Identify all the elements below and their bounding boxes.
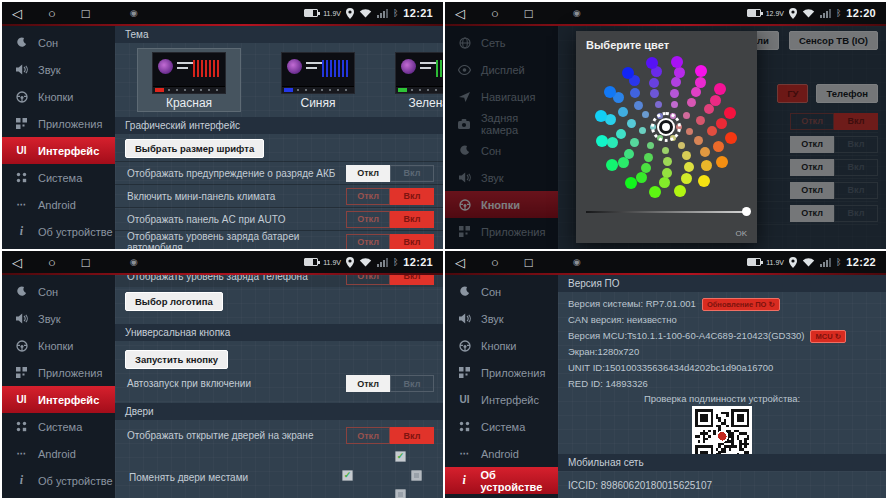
sidebar-item-speaker[interactable]: Звук xyxy=(2,56,115,83)
toggle-on[interactable]: Вкл xyxy=(390,375,434,392)
color-dot[interactable] xyxy=(687,98,696,107)
color-dot[interactable] xyxy=(704,104,714,114)
color-dot[interactable] xyxy=(663,157,672,166)
color-dot[interactable] xyxy=(639,127,646,134)
app-icon[interactable]: ◉ xyxy=(573,257,581,267)
color-dot[interactable] xyxy=(701,160,712,171)
recents-icon[interactable]: □ xyxy=(525,6,533,21)
color-dot[interactable] xyxy=(696,116,705,125)
toggle-off[interactable]: Откл xyxy=(346,427,390,444)
toggle-on[interactable]: Вкл xyxy=(390,427,434,444)
color-dot[interactable] xyxy=(647,142,654,149)
sidebar-item-steering[interactable]: Кнопки xyxy=(445,332,558,359)
color-dot[interactable] xyxy=(671,77,681,87)
color-dot[interactable] xyxy=(725,132,737,144)
sidebar-item-info[interactable]: iОб устройстве xyxy=(2,218,115,245)
back-icon[interactable]: ◁ xyxy=(455,255,465,270)
color-dot[interactable] xyxy=(694,136,703,145)
app-icon[interactable]: ◉ xyxy=(130,257,138,267)
back-icon[interactable]: ◁ xyxy=(455,6,465,21)
color-dot[interactable] xyxy=(636,172,647,183)
toggle-on[interactable]: Вкл xyxy=(390,275,434,285)
color-dot[interactable] xyxy=(655,101,662,108)
run-button[interactable]: Запустить кнопку xyxy=(125,350,228,369)
home-icon[interactable]: ○ xyxy=(491,255,499,270)
color-dot[interactable] xyxy=(649,186,661,198)
color-dot[interactable] xyxy=(625,177,637,189)
sidebar-item-android[interactable]: ⋯Android xyxy=(2,440,115,467)
color-dot[interactable] xyxy=(622,67,634,79)
color-dot[interactable] xyxy=(650,89,659,98)
color-dot[interactable] xyxy=(716,118,727,129)
door-checkbox-right[interactable] xyxy=(411,470,422,481)
toggle-off[interactable]: Откл xyxy=(346,234,390,250)
color-dot[interactable] xyxy=(681,173,692,184)
color-dot[interactable] xyxy=(716,156,728,168)
sidebar-item-info[interactable]: iОб устройстве xyxy=(2,467,115,494)
recents-icon[interactable]: □ xyxy=(525,255,533,270)
toggle-on[interactable]: Вкл xyxy=(390,234,434,250)
recents-icon[interactable]: □ xyxy=(82,6,90,21)
logo-select-button[interactable]: Выбор логотипа xyxy=(125,292,223,311)
door-checkbox-bottom[interactable] xyxy=(395,489,406,498)
sidebar-item-steering[interactable]: Кнопки xyxy=(2,332,115,359)
recents-icon[interactable]: □ xyxy=(82,255,90,270)
color-dot[interactable] xyxy=(682,151,691,160)
color-dot[interactable] xyxy=(649,78,659,88)
color-dot[interactable] xyxy=(596,135,608,147)
sidebar-item-moon[interactable]: Сон xyxy=(2,278,115,305)
toggle-on[interactable]: Вкл xyxy=(390,211,434,228)
sidebar-item-system[interactable]: Система xyxy=(2,164,115,191)
color-dot[interactable] xyxy=(642,111,649,118)
theme-option-green[interactable]: Зеленая xyxy=(395,48,443,110)
theme-option-blue[interactable]: Синяя xyxy=(281,48,355,110)
color-dot[interactable] xyxy=(674,185,686,197)
color-dot[interactable] xyxy=(662,147,669,154)
sidebar-item-apps[interactable]: Приложения xyxy=(2,359,115,386)
door-checkbox-left[interactable]: ✓ xyxy=(342,470,353,481)
toggle-on[interactable]: Вкл xyxy=(390,165,434,182)
color-dot[interactable] xyxy=(659,177,670,188)
color-dot[interactable] xyxy=(710,95,721,106)
sidebar-item-moon[interactable]: Сон xyxy=(445,278,558,305)
sidebar-item-android[interactable]: ⋯Android xyxy=(445,440,558,467)
color-dot[interactable] xyxy=(644,153,653,162)
sidebar-item-system[interactable]: Система xyxy=(2,413,115,440)
color-dot[interactable] xyxy=(630,138,639,147)
color-dot[interactable] xyxy=(674,67,685,78)
color-dot[interactable] xyxy=(634,101,643,110)
ok-button[interactable]: OK xyxy=(735,229,747,238)
color-dot[interactable] xyxy=(604,86,616,98)
color-dot[interactable] xyxy=(595,110,607,122)
color-dot[interactable] xyxy=(700,147,710,157)
toggle-off[interactable]: Откл xyxy=(346,211,390,228)
sidebar-item-android[interactable]: ⋯Android xyxy=(2,191,115,218)
color-dot[interactable] xyxy=(695,65,707,77)
sidebar-item-info[interactable]: iОб устройстве xyxy=(445,467,558,494)
color-dot[interactable] xyxy=(691,87,701,97)
color-dot[interactable] xyxy=(683,112,690,119)
sidebar-item-speaker[interactable]: Звук xyxy=(2,305,115,332)
sidebar-item-system[interactable]: Система xyxy=(445,413,558,440)
color-dot[interactable] xyxy=(616,129,626,139)
update-badge[interactable]: Обновление ПО ↻ xyxy=(702,298,780,311)
slider-thumb[interactable] xyxy=(742,207,751,216)
color-dot[interactable] xyxy=(671,56,683,68)
toggle-off[interactable]: Откл xyxy=(346,275,390,285)
home-icon[interactable]: ○ xyxy=(48,255,56,270)
toggle-off[interactable]: Откл xyxy=(346,165,390,182)
back-icon[interactable]: ◁ xyxy=(12,6,22,21)
sidebar-item-ui[interactable]: UIИнтерфейс xyxy=(2,386,115,413)
color-dot[interactable] xyxy=(713,141,724,152)
sidebar-item-steering[interactable]: Кнопки xyxy=(2,83,115,110)
door-checkbox-top[interactable]: ✓ xyxy=(395,451,406,462)
toggle-off[interactable]: Откл xyxy=(346,188,390,205)
color-dot[interactable] xyxy=(627,119,636,128)
app-icon[interactable]: ◉ xyxy=(130,8,138,18)
toggle-on[interactable]: Вкл xyxy=(390,188,434,205)
font-size-button[interactable]: Выбрать размер шрифта xyxy=(125,139,264,158)
sidebar-item-apps[interactable]: Приложения xyxy=(445,359,558,386)
update-badge[interactable]: MCU ↻ xyxy=(810,330,845,343)
color-dot[interactable] xyxy=(678,142,685,149)
color-dot[interactable] xyxy=(606,159,618,171)
